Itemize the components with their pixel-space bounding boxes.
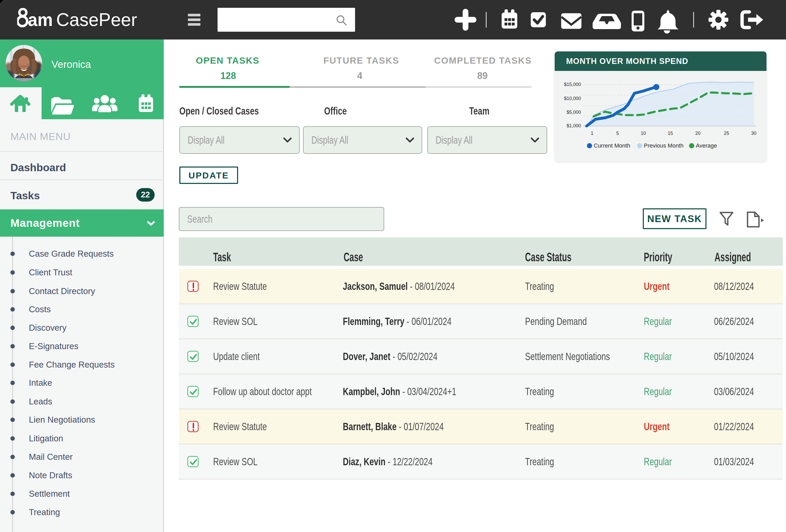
- svg-text:5: 5: [616, 131, 619, 136]
- svg-text:Average: Average: [696, 142, 717, 149]
- svg-text:$5,000: $5,000: [567, 110, 581, 115]
- svg-text:15: 15: [668, 131, 673, 136]
- svg-text:30: 30: [751, 131, 756, 136]
- svg-text:$10,000: $10,000: [564, 96, 581, 101]
- svg-text:25: 25: [724, 131, 729, 136]
- svg-text:Current Month: Current Month: [594, 142, 630, 149]
- svg-text:20: 20: [695, 131, 700, 136]
- svg-text:1: 1: [591, 131, 594, 136]
- svg-text:$1,000: $1,000: [567, 123, 581, 128]
- svg-text:Previous Month: Previous Month: [644, 142, 684, 149]
- svg-text:10: 10: [641, 131, 646, 136]
- svg-text:$15,000: $15,000: [564, 82, 581, 87]
